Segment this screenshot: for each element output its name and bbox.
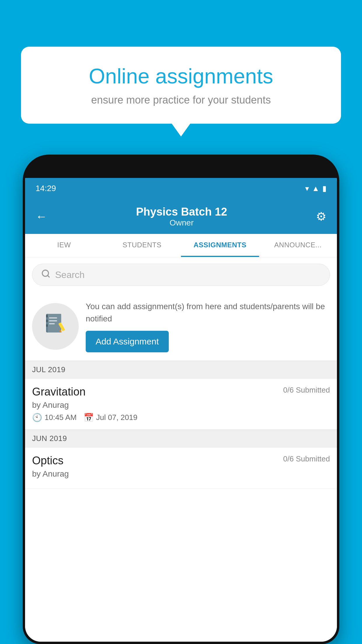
assignment-author: by Anurag — [32, 400, 330, 410]
tab-announcements[interactable]: ANNOUNCE... — [259, 234, 337, 257]
calendar-icon: 📅 — [84, 413, 94, 422]
header-title: Physics Batch 12 — [47, 206, 316, 218]
status-time: 14:29 — [36, 184, 56, 193]
bubble-subtitle: ensure more practice for your students — [41, 94, 321, 106]
svg-rect-7 — [46, 315, 48, 317]
header-subtitle: Owner — [47, 218, 316, 228]
content-area: Search — [25, 257, 337, 642]
svg-rect-8 — [46, 320, 48, 322]
svg-rect-9 — [46, 324, 48, 327]
month-separator-jun: JUN 2019 — [25, 430, 337, 447]
assignment-submitted-optics: 0/6 Submitted — [283, 454, 330, 463]
meta-date: 📅 Jul 07, 2019 — [84, 413, 138, 422]
assignment-top-optics: Optics 0/6 Submitted — [32, 454, 330, 467]
search-placeholder: Search — [55, 270, 85, 280]
notebook-icon — [44, 312, 67, 341]
svg-rect-6 — [49, 323, 55, 324]
back-button[interactable]: ← — [36, 210, 47, 223]
assignment-meta: 🕙 10:45 AM 📅 Jul 07, 2019 — [32, 413, 330, 422]
month-separator-jul: JUL 2019 — [25, 361, 337, 379]
promo-section: You can add assignment(s) from here and … — [25, 292, 337, 361]
settings-button[interactable]: ⚙ — [316, 210, 326, 223]
wifi-icon: ▾ — [305, 184, 309, 193]
assignment-name-optics: Optics — [32, 454, 64, 467]
tabs-bar: IEW STUDENTS ASSIGNMENTS ANNOUNCE... — [25, 234, 337, 257]
promo-icon-circle — [32, 303, 79, 350]
promo-description: You can add assignment(s) from here and … — [86, 300, 330, 325]
promo-text: You can add assignment(s) from here and … — [86, 300, 330, 352]
tab-students[interactable]: STUDENTS — [103, 234, 181, 257]
search-icon — [41, 269, 50, 281]
add-assignment-button[interactable]: Add Assignment — [86, 331, 169, 352]
tab-assignments[interactable]: ASSIGNMENTS — [181, 234, 259, 257]
assignment-name: Gravitation — [32, 386, 86, 398]
assignment-item-optics[interactable]: Optics 0/6 Submitted by Anurag — [25, 447, 337, 489]
assignment-submitted: 0/6 Submitted — [283, 386, 330, 395]
signal-icon: ▲ — [312, 184, 319, 193]
battery-icon: ▮ — [322, 184, 326, 193]
assignment-top: Gravitation 0/6 Submitted — [32, 386, 330, 398]
speech-bubble-container: Online assignments ensure more practice … — [21, 47, 341, 124]
app-header: ← Physics Batch 12 Owner ⚙ — [25, 199, 337, 234]
phone-screen: 14:29 ▾ ▲ ▮ ← Physics Batch 12 Owner ⚙ I… — [25, 178, 337, 642]
svg-rect-5 — [49, 320, 57, 321]
svg-rect-4 — [49, 317, 57, 318]
speech-bubble: Online assignments ensure more practice … — [21, 47, 341, 124]
assignment-author-optics: by Anurag — [32, 469, 330, 479]
search-bar[interactable]: Search — [32, 264, 330, 286]
phone-frame: 14:29 ▾ ▲ ▮ ← Physics Batch 12 Owner ⚙ I… — [23, 155, 339, 644]
phone-inner: 14:29 ▾ ▲ ▮ ← Physics Batch 12 Owner ⚙ I… — [25, 157, 337, 642]
assignment-item-gravitation[interactable]: Gravitation 0/6 Submitted by Anurag 🕙 10… — [25, 379, 337, 430]
tab-iew[interactable]: IEW — [25, 234, 103, 257]
status-bar: 14:29 ▾ ▲ ▮ — [25, 178, 337, 199]
clock-icon: 🕙 — [32, 413, 42, 422]
status-icons: ▾ ▲ ▮ — [305, 184, 326, 193]
svg-line-1 — [48, 275, 49, 277]
phone-notch — [164, 157, 198, 170]
meta-time: 🕙 10:45 AM — [32, 413, 77, 422]
header-center: Physics Batch 12 Owner — [47, 206, 316, 228]
bubble-title: Online assignments — [41, 64, 321, 88]
